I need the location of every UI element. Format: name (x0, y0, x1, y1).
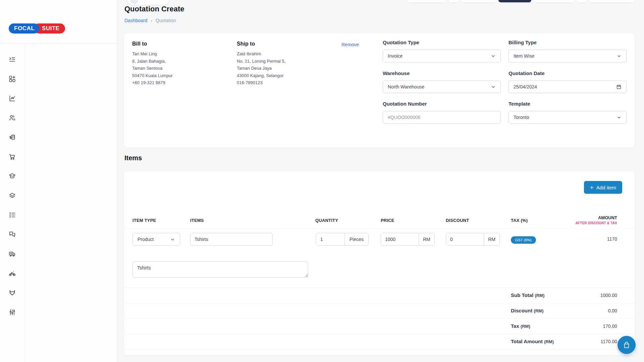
grid-plus-icon (8, 75, 16, 83)
ship-to-line: 43000 Kajang, Selangor (237, 72, 285, 79)
focal-suite-logo: SUITE FOCAL (9, 23, 65, 34)
template-label: Template (508, 101, 530, 107)
topbar-button-7[interactable] (590, 0, 635, 2)
sidebar-item-layers[interactable] (6, 189, 19, 202)
cart-fab-button[interactable] (618, 336, 636, 354)
layers-icon (8, 192, 16, 199)
topbar-button-6[interactable] (577, 0, 587, 2)
item-description-textarea[interactable]: Tshirts (132, 261, 308, 278)
discount-currency: RM (484, 233, 499, 245)
col-discount: DISCOUNT (446, 218, 469, 223)
sidebar: SUITE FOCAL (0, 0, 117, 362)
tax-badge[interactable]: GST (6%) (511, 236, 536, 244)
quotation-date-label: Quotation Date (508, 70, 545, 76)
topbar-button-2[interactable] (449, 0, 459, 2)
price-input[interactable] (381, 233, 419, 245)
sidebar-item-grid-plus[interactable] (6, 72, 19, 85)
chevron-down-icon (491, 84, 496, 89)
warehouse-select[interactable]: North Warehouse (383, 80, 501, 93)
topbar-button-1[interactable] (407, 0, 446, 2)
sidebar-item-fox[interactable] (6, 286, 19, 299)
coins-icon (8, 133, 16, 141)
chart-icon (8, 95, 16, 102)
bill-to-line: +60 19-321 9879 (132, 79, 173, 86)
warehouse-label: Warehouse (383, 70, 410, 76)
col-item-type: ITEM TYPE (132, 218, 156, 223)
warehouse-value: North Warehouse (388, 84, 491, 89)
bill-to-line: Taman Sentosa (132, 65, 173, 72)
breadcrumb-dashboard-link[interactable]: Dashboard (124, 18, 148, 23)
tax-total-row: Tax (RM) 170.00 (124, 318, 635, 334)
chevron-down-icon (616, 54, 622, 59)
bill-to-address: Tan Mei Ling 8, Jalan Bahagia, Taman Sen… (132, 50, 173, 86)
ship-to-line: No. 21, Lorong Permai 5, (237, 58, 285, 65)
breadcrumb-current: Quotation (156, 18, 176, 23)
ship-to-line: Taman Desa Jaya (237, 65, 285, 72)
checklist-icon (8, 211, 16, 219)
ship-to-label: Ship to (237, 41, 255, 47)
chat-icon (8, 231, 16, 238)
users-icon (8, 114, 16, 122)
billing-type-select[interactable]: Item Wise (508, 50, 627, 62)
ship-to-line: 016-7890123 (237, 79, 285, 86)
cart-icon (8, 153, 16, 161)
add-item-button[interactable]: + Add item (584, 181, 622, 194)
topbar-button-4[interactable] (498, 0, 531, 2)
sidebar-item-cart[interactable] (6, 150, 19, 163)
breadcrumb-separator: › (151, 18, 152, 23)
price-currency: RM (419, 233, 434, 245)
row-amount-value: 1170 (607, 236, 617, 242)
logo-focal-pill: FOCAL (9, 23, 39, 34)
col-quantity: QUANTITY (315, 218, 338, 223)
bill-to-line: 50470 Kuala Lumpur (132, 72, 173, 79)
graduation-cap-icon (8, 172, 16, 180)
sidebar-item-users[interactable] (6, 111, 19, 124)
user-menu-pill[interactable] (127, 0, 169, 5)
remove-address-link[interactable]: Remove (341, 42, 359, 47)
bill-to-line: Tan Mei Ling (132, 50, 173, 58)
template-select[interactable]: Toronto (508, 111, 627, 124)
quotation-number-label: Quotation Number (383, 101, 427, 107)
col-amount-note: AFTER DISCOUNT & TAX (576, 221, 617, 225)
items-card: + Add item ITEM TYPE ITEMS QUANTITY PRIC… (124, 172, 635, 355)
price-group: RM (381, 233, 435, 246)
billing-type-value: Item Wise (514, 53, 616, 59)
topbar-button-3[interactable] (462, 0, 496, 2)
subtotal-value: 1000.00 (600, 293, 617, 298)
total-amount-row: Total Amount (RM) 1170.00 (124, 334, 635, 349)
plus-icon: + (590, 184, 594, 191)
quotation-date-input[interactable]: 25/04/2024 (508, 80, 627, 93)
chevron-down-icon (491, 54, 496, 59)
calendar-icon (616, 84, 622, 89)
truck-icon (8, 250, 16, 258)
col-tax: TAX (%) (511, 218, 528, 223)
quotation-number-input[interactable] (383, 111, 501, 124)
sidebar-item-sliders[interactable] (6, 305, 19, 319)
sidebar-item-truck[interactable] (6, 247, 19, 260)
item-type-select[interactable]: Product (132, 233, 180, 246)
item-type-value: Product (138, 237, 170, 242)
quantity-unit: Pieces (344, 233, 368, 245)
sidebar-item-chart[interactable] (6, 92, 19, 105)
template-value: Toronto (514, 115, 616, 120)
sidebar-item-chat[interactable] (6, 228, 19, 241)
quantity-input[interactable] (316, 233, 344, 245)
avatar (131, 0, 138, 4)
sidebar-item-checklist[interactable] (6, 208, 19, 222)
discount-total-label: Discount (RM) (511, 308, 543, 313)
sidebar-item-bike[interactable] (6, 266, 19, 280)
bike-icon (8, 269, 16, 277)
chevron-down-icon (170, 237, 175, 242)
topbar-button-5[interactable] (534, 0, 574, 2)
total-amount-unit: (RM) (544, 339, 554, 344)
quotation-type-select[interactable]: Invoice (383, 50, 501, 62)
quotation-type-value: Invoice (388, 53, 491, 59)
discount-input[interactable] (446, 233, 484, 245)
sidebar-item-indent-list[interactable] (6, 53, 19, 66)
discount-group: RM (446, 233, 500, 246)
sidebar-item-coins[interactable] (6, 130, 19, 144)
sidebar-item-graduation-cap[interactable] (6, 169, 19, 183)
total-amount-label: Total Amount (RM) (511, 339, 554, 344)
item-name-input[interactable] (190, 233, 273, 246)
quantity-group: Pieces (316, 233, 369, 246)
